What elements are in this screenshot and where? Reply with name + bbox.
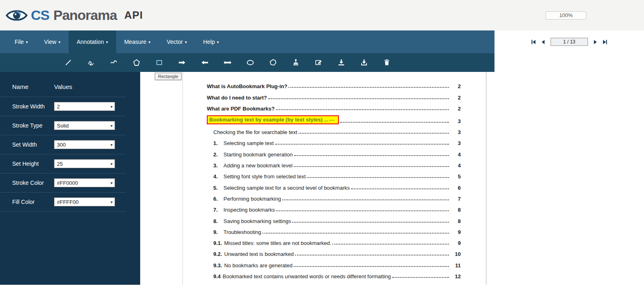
delete-tool-button[interactable] — [382, 58, 391, 67]
toc-row: 9.4Bookmarked text contains unwanted wor… — [207, 269, 461, 279]
pagination-bar — [494, 30, 644, 53]
tooltip: Rectangle — [155, 73, 182, 80]
trash-icon — [382, 58, 391, 67]
fill-color-label: Fill Color — [12, 199, 54, 205]
caret-down-icon: ▾ — [217, 40, 219, 44]
set-width-select[interactable]: 300 — [54, 140, 115, 149]
toc-row: Checking the file for searchable text3 — [207, 124, 461, 135]
menu-measure[interactable]: Measure ▾ — [116, 30, 159, 53]
first-page-button[interactable] — [529, 38, 537, 46]
toc-row: 4.Setting font style from selected text5 — [207, 169, 461, 180]
arrow-right-tool-button[interactable] — [178, 58, 186, 67]
next-page-icon — [592, 39, 598, 45]
menu-vector[interactable]: Vector ▾ — [158, 30, 195, 53]
fill-color-select[interactable]: #FFFF00 — [54, 197, 115, 206]
import-icon — [337, 58, 346, 67]
rectangle-tool-button[interactable]: Rectangle — [155, 58, 164, 67]
polyline-tool-button[interactable] — [109, 58, 118, 67]
stroke-color-label: Stroke Color — [12, 180, 54, 186]
name-column-header: Name — [12, 83, 54, 90]
page-number-input[interactable] — [551, 38, 588, 46]
set-width-row: Set Width 300 — [0, 135, 140, 154]
fill-color-row: Fill Color #FFFF00 — [0, 193, 140, 211]
toc-row: 2.Starting bookmark generation4 — [207, 146, 461, 157]
toc-row: 9.3.No bookmarks are generated11 — [207, 257, 461, 268]
ellipse-tool-button[interactable] — [246, 58, 255, 67]
stroke-width-select[interactable]: 2 — [54, 102, 115, 111]
menu-view[interactable]: View ▾ — [36, 30, 69, 53]
values-column-header: Values — [54, 83, 72, 90]
toc-row: 1.Selecting sample text3 — [207, 135, 461, 146]
menu-file[interactable]: File ▾ — [7, 30, 36, 53]
toc-row: What do I need to start?2 — [207, 89, 461, 100]
stamp-icon — [291, 58, 300, 67]
stroke-type-label: Stroke Type — [12, 122, 54, 129]
menu-file-label: File — [15, 39, 24, 45]
download-icon — [360, 58, 369, 67]
zoom-level-indicator[interactable]: 100% — [546, 11, 586, 19]
ellipse-icon — [246, 58, 255, 67]
menu-annotation-label: Annotation — [77, 39, 104, 45]
toc-row: Bookmarking text by example (by text sty… — [207, 112, 461, 124]
toc-row: What are PDF Bookmarks?2 — [207, 101, 461, 112]
edit-tool-button[interactable] — [314, 58, 323, 67]
stroke-color-row: Stroke Color #FF0000 — [0, 173, 140, 192]
top-header: CS Panorama API 100% — [0, 0, 644, 30]
polygon-tool-button[interactable] — [132, 58, 141, 67]
logo-text-api: API — [124, 9, 143, 22]
toolbar-spacer — [494, 53, 644, 72]
last-page-button[interactable] — [601, 38, 609, 46]
document-viewer[interactable]: What is AutoBookmark Plug-in?2What do I … — [140, 72, 644, 285]
import-tool-button[interactable] — [337, 58, 346, 67]
set-width-label: Set Width — [12, 141, 54, 148]
previous-page-button[interactable] — [539, 38, 547, 46]
line-tool-button[interactable] — [64, 58, 73, 67]
eye-logo-icon — [6, 8, 28, 23]
stroke-width-label: Stroke Width — [12, 103, 54, 110]
menu-view-label: View — [44, 39, 56, 45]
toc-row: What is AutoBookmark Plug-in?2 — [207, 78, 461, 89]
menu-help-label: Help — [203, 39, 215, 45]
previous-page-icon — [540, 39, 546, 45]
stroke-width-row: Stroke Width 2 — [0, 97, 140, 116]
toc-row: 9.2.Unwanted text is bookmarked10 — [207, 246, 461, 257]
stroke-type-select[interactable]: Solid — [54, 121, 115, 130]
rectangle-annotation[interactable]: Bookmarking text by example (by text sty… — [207, 115, 339, 124]
set-height-label: Set Height — [12, 160, 54, 167]
double-arrow-icon — [223, 58, 232, 67]
menu-bar: File ▾ View ▾ Annotation ▾ Measure ▾ Vec… — [0, 30, 494, 53]
arrow-left-tool-button[interactable] — [200, 58, 209, 67]
arrow-right-icon — [178, 58, 186, 67]
toc-row: 3.Adding a new bookmark level4 — [207, 158, 461, 169]
menu-measure-label: Measure — [124, 39, 146, 45]
menu-vector-label: Vector — [167, 39, 183, 45]
logo-text-panorama: Panorama — [53, 7, 117, 23]
shape-tool-button[interactable] — [269, 58, 278, 67]
app-logo: CS Panorama API — [6, 7, 143, 23]
edit-icon — [314, 58, 323, 67]
freehand-tool-button[interactable] — [87, 58, 95, 67]
toc-row: 5.Selecting sample text for a second lev… — [207, 180, 461, 191]
toc-row: 6.Performing bookmarking7 — [207, 191, 461, 202]
caret-down-icon: ▾ — [185, 40, 187, 44]
toc-row: 9.Troubleshooting9 — [207, 224, 461, 235]
toc-row: 8.Saving bookmarking settings8 — [207, 213, 461, 224]
stroke-color-select[interactable]: #FF0000 — [54, 178, 115, 187]
rectangle-icon — [155, 58, 164, 67]
polyline-icon — [109, 58, 118, 67]
download-tool-button[interactable] — [360, 58, 369, 67]
caret-down-icon: ▾ — [26, 40, 28, 44]
last-page-icon — [602, 39, 608, 45]
next-page-button[interactable] — [592, 38, 599, 46]
document-page[interactable]: What is AutoBookmark Plug-in?2What do I … — [182, 72, 486, 285]
toc-list: What is AutoBookmark Plug-in?2What do I … — [207, 78, 461, 279]
menu-help[interactable]: Help ▾ — [195, 30, 227, 53]
annotation-toolbar: Rectangle — [0, 53, 494, 72]
stamp-tool-button[interactable] — [291, 58, 300, 67]
menu-annotation[interactable]: Annotation ▾ — [69, 30, 116, 53]
caret-down-icon: ▾ — [59, 40, 61, 44]
first-page-icon — [530, 39, 536, 45]
set-height-select[interactable]: 25 — [54, 159, 115, 168]
double-arrow-tool-button[interactable] — [223, 58, 232, 67]
toc-row: 9.1.Missed titles: some titles are not b… — [207, 235, 461, 246]
